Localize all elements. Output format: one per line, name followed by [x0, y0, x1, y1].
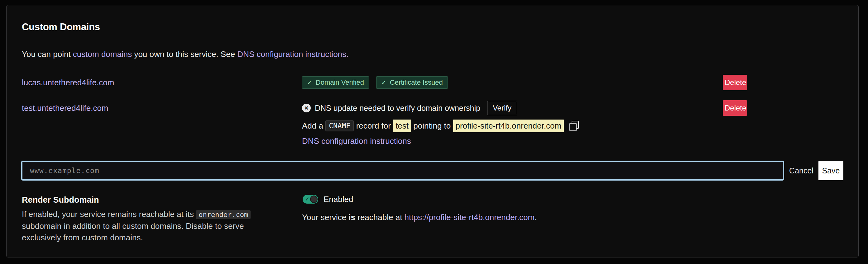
cname-text: record for: [354, 121, 393, 131]
badge-group: ✓ Domain Verified ✓ Certificate Issued: [302, 76, 448, 89]
certificate-issued-badge: ✓ Certificate Issued: [376, 76, 448, 89]
toggle-label: Enabled: [323, 195, 353, 204]
cancel-button[interactable]: Cancel: [786, 161, 817, 180]
toggle-knob: [310, 196, 318, 203]
toggle-check-icon: ✓: [305, 196, 309, 202]
page-title: Custom Domains: [22, 22, 100, 33]
custom-domains-panel: Custom Domains You can point custom doma…: [6, 5, 859, 258]
intro-text: You can point custom domains you own to …: [22, 50, 348, 59]
cname-record-chip: CNAME: [326, 120, 354, 131]
delete-button[interactable]: Delete: [723, 75, 747, 90]
intro-part: you own to this service. See: [132, 50, 237, 59]
domain-link[interactable]: test.untethered4life.com: [22, 103, 108, 113]
check-icon: ✓: [307, 79, 312, 86]
cname-text: Add a: [302, 121, 326, 131]
status-bold: is: [348, 212, 355, 222]
render-subdomain-description: If enabled, your service remains reachab…: [22, 208, 285, 243]
status-part: Your service: [302, 212, 348, 222]
cname-instruction: Add a CNAME record for test pointing to …: [302, 119, 579, 133]
cname-host-highlight: test: [393, 120, 411, 132]
dns-configuration-instructions-link[interactable]: DNS configuration instructions.: [237, 50, 348, 59]
status-part: reachable at: [355, 212, 405, 222]
render-subdomain-toggle-row: ✓ Enabled: [303, 194, 353, 204]
domain-name-cell: lucas.untethered4life.com: [22, 74, 114, 91]
domain-status-cell: ✓ Domain Verified ✓ Certificate Issued: [302, 74, 448, 91]
error-circle-icon: ✕: [302, 104, 311, 112]
domain-name-cell: test.untethered4life.com: [22, 100, 108, 116]
onrender-url-link[interactable]: https://profile-site-rt4b.onrender.com: [405, 212, 535, 222]
desc-part: subdomain in addition to all custom doma…: [22, 221, 244, 242]
check-icon: ✓: [381, 79, 386, 86]
dns-status-line: ✕ DNS update needed to verify domain own…: [302, 101, 517, 115]
domain-status-cell: ✕ DNS update needed to verify domain own…: [302, 100, 517, 116]
cname-text: pointing to: [411, 121, 453, 131]
page: Custom Domains You can point custom doma…: [0, 0, 868, 264]
enabled-toggle[interactable]: ✓: [303, 195, 318, 204]
verify-button[interactable]: Verify: [487, 101, 517, 115]
desc-part: If enabled, your service remains reachab…: [22, 209, 196, 219]
copy-icon[interactable]: [569, 121, 579, 131]
onrender-chip: onrender.com: [196, 210, 251, 219]
domain-actions-cell: Delete: [723, 100, 747, 116]
dns-configuration-instructions-link[interactable]: DNS configuration instructions: [302, 136, 411, 146]
domain-verified-badge: ✓ Domain Verified: [302, 76, 369, 89]
copy-icon-front: [569, 123, 577, 131]
delete-button[interactable]: Delete: [723, 100, 747, 116]
dns-status-text: DNS update needed to verify domain owner…: [315, 104, 480, 113]
domain-link[interactable]: lucas.untethered4life.com: [22, 78, 114, 88]
domain-row: lucas.untethered4life.com ✓ Domain Verif…: [6, 74, 858, 91]
add-domain-row: Cancel Save: [6, 161, 858, 180]
badge-label: Certificate Issued: [390, 78, 443, 87]
domain-row: test.untethered4life.com ✕ DNS update ne…: [6, 100, 858, 116]
domain-actions-cell: Delete: [723, 74, 747, 91]
custom-domains-link[interactable]: custom domains: [73, 50, 132, 59]
status-part: .: [534, 212, 537, 222]
service-reachable-status: Your service is reachable at https://pro…: [302, 212, 537, 222]
badge-label: Domain Verified: [316, 78, 364, 87]
custom-domain-input[interactable]: [21, 161, 784, 180]
save-button[interactable]: Save: [818, 161, 843, 180]
intro-part: You can point: [22, 50, 73, 59]
cname-target-highlight: profile-site-rt4b.onrender.com: [453, 120, 564, 132]
render-subdomain-heading: Render Subdomain: [22, 195, 99, 205]
